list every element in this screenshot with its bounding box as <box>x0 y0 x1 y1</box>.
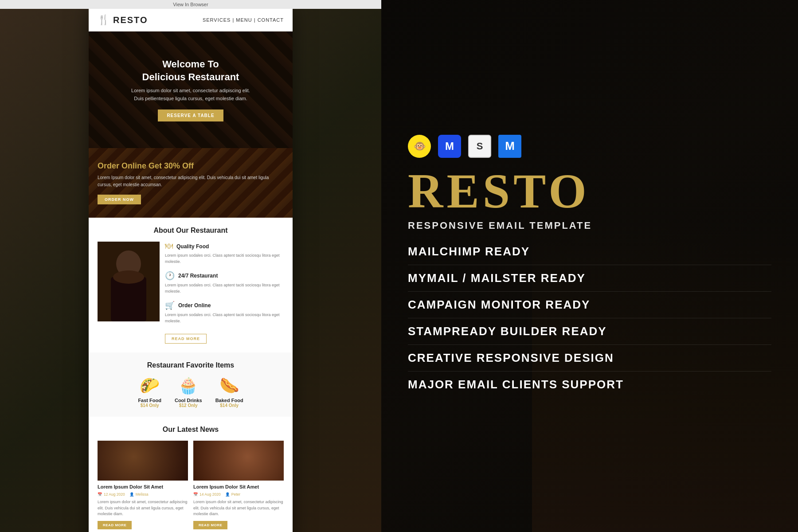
fav-item-cool-drinks: 🧁 Cool Drinks $12 Only <box>175 376 202 408</box>
news-date-2: 📅 14 Aug 2020 <box>193 492 221 497</box>
fav-item-baked-food: 🌭 Baked Food $14 Only <box>215 376 243 408</box>
about-section-title: About Our Restaurant <box>98 227 284 235</box>
mailchimp-icon: 🐵 <box>408 135 431 158</box>
news-meta-1: 📅 12 Aug 2020 👤 Melissa <box>98 492 188 497</box>
news-read-more-1[interactable]: READ MORE <box>98 521 132 529</box>
feature-campaign: CAMPAIGN MONITOR READY <box>408 292 771 318</box>
logo-text: RESTO <box>113 15 148 25</box>
about-features: 🍽 Quality Food Lorem ipsum sodales orci.… <box>165 242 284 344</box>
baked-food-name: Baked Food <box>215 398 243 403</box>
news-img-food <box>98 441 188 481</box>
chef-image <box>98 242 160 321</box>
chef-silhouette <box>98 242 160 321</box>
right-panel: 🐵 M S M RESTO RESPONSIVE EMAIL TEMPLATE … <box>381 0 798 532</box>
fast-food-icon: 🌮 <box>138 376 161 395</box>
restaurant-247-text: Lorem ipsum sodales orci. Class aptent t… <box>165 282 284 294</box>
feature-quality-header: 🍽 Quality Food <box>165 242 284 251</box>
user-icon: 👤 <box>129 492 134 497</box>
news-title-2: Lorem Ipsum Dolor Sit Amet <box>193 484 284 489</box>
logo-area: 🍴 RESTO <box>98 14 148 26</box>
nav-links[interactable]: SERVICES | MENU | CONTACT <box>203 17 284 23</box>
responsive-label: RESPONSIVE EMAIL TEMPLATE <box>408 220 771 231</box>
news-author-1: 👤 Melissa <box>129 492 149 497</box>
baked-food-icon: 🌭 <box>215 376 243 395</box>
promo-text: Lorem Ipsum dolor sit amet, consectetur … <box>98 174 284 188</box>
about-content: 🍽 Quality Food Lorem ipsum sodales orci.… <box>98 242 284 344</box>
fast-food-name: Fast Food <box>138 398 161 403</box>
news-image-2 <box>193 441 284 481</box>
features-list: MAILCHIMP READY MYMAIL / MAILSTER READY … <box>408 239 771 398</box>
news-title-1: Lorem Ipsum Dolor Sit Amet <box>98 484 188 489</box>
promo-title: Order Online Get 30% Off <box>98 161 284 171</box>
about-read-more-button[interactable]: READ MORE <box>165 334 207 344</box>
calendar-icon: 📅 <box>98 492 102 497</box>
logo-icon: 🍴 <box>98 14 110 26</box>
restaurant-247-icon: 🕐 <box>165 271 175 281</box>
fast-food-price: $14 Only <box>138 403 161 408</box>
news-grid: Lorem Ipsum Dolor Sit Amet 📅 12 Aug 2020… <box>98 441 284 529</box>
left-panel: View In Browser 🍴 RESTO SERVICES | MENU … <box>0 0 381 532</box>
hero-subtitle: Lorem ipsum dolor sit amet, consectetur … <box>129 87 253 102</box>
brand-name: RESTO <box>408 167 771 215</box>
cool-drinks-icon: 🧁 <box>175 376 202 395</box>
feature-mymail: MYMAIL / MAILSTER READY <box>408 265 771 292</box>
feature-247: 🕐 24/7 Restaurant Lorem ipsum sodales or… <box>165 271 284 294</box>
favorites-title: Restaurant Favorite Items <box>98 361 284 369</box>
right-content: 🐵 M S M RESTO RESPONSIVE EMAIL TEMPLATE … <box>408 135 771 398</box>
feature-quality-food: 🍽 Quality Food Lorem ipsum sodales orci.… <box>165 242 284 265</box>
news-date-1: 📅 12 Aug 2020 <box>98 492 125 497</box>
feature-stampready: STAMPREADY BUILDER READY <box>408 318 771 345</box>
news-text-2: Lorem ipsum dolor sit amet, consectetur … <box>193 499 284 517</box>
quality-food-name: Quality Food <box>176 243 209 250</box>
feature-order-online: 🛒 Order Online Lorem ipsum sodales orci.… <box>165 301 284 324</box>
quality-food-text: Lorem ipsum sodales orci. Class aptent t… <box>165 253 284 265</box>
cool-drinks-name: Cool Drinks <box>175 398 202 403</box>
user-icon-2: 👤 <box>225 492 230 497</box>
svg-point-3 <box>113 270 144 284</box>
news-text-1: Lorem ipsum dolor sit amet, consectetur … <box>98 499 188 517</box>
order-now-button[interactable]: ORDER NOW <box>98 195 141 204</box>
news-image-1 <box>98 441 188 481</box>
mymail-icon: M <box>438 135 461 158</box>
news-section-title: Our Latest News <box>98 426 284 434</box>
view-in-browser-link[interactable]: View In Browser <box>173 2 208 7</box>
email-client-bar: View In Browser <box>0 0 381 9</box>
reserve-table-button[interactable]: RESERVE A TABLE <box>158 110 223 121</box>
mailster-icon: M <box>498 135 521 158</box>
fav-item-fast-food: 🌮 Fast Food $14 Only <box>138 376 161 408</box>
feature-email-clients: MAJOR EMAIL CLIENTS SUPPORT <box>408 372 771 398</box>
order-online-text: Lorem ipsum sodales orci. Class aptent t… <box>165 312 284 324</box>
feature-order-header: 🛒 Order Online <box>165 301 284 310</box>
news-author-2: 👤 Peter <box>225 492 240 497</box>
hero-title: Welcome ToDelicious Restaurant <box>98 58 284 83</box>
feature-creative: CREATIVE RESPONSIVE DESIGN <box>408 345 771 372</box>
quality-food-icon: 🍽 <box>165 242 173 251</box>
email-icons-row: 🐵 M S M <box>408 135 771 158</box>
feature-mailchimp: MAILCHIMP READY <box>408 239 771 265</box>
favorites-section: Restaurant Favorite Items 🌮 Fast Food $1… <box>89 352 293 417</box>
news-section: Our Latest News Lorem Ipsum Dolor Sit Am… <box>89 417 293 532</box>
order-online-name: Order Online <box>178 302 211 309</box>
news-read-more-2[interactable]: READ MORE <box>193 521 227 529</box>
news-item-1: Lorem Ipsum Dolor Sit Amet 📅 12 Aug 2020… <box>98 441 188 529</box>
news-meta-2: 📅 14 Aug 2020 👤 Peter <box>193 492 284 497</box>
order-online-icon: 🛒 <box>165 301 175 310</box>
hero-section: Welcome ToDelicious Restaurant Lorem ips… <box>89 31 293 148</box>
restaurant-247-name: 24/7 Restaurant <box>178 273 218 279</box>
baked-food-price: $14 Only <box>215 403 243 408</box>
stampready-icon: S <box>468 135 491 158</box>
favorites-grid: 🌮 Fast Food $14 Only 🧁 Cool Drinks $12 O… <box>98 376 284 408</box>
feature-247-header: 🕐 24/7 Restaurant <box>165 271 284 281</box>
calendar-icon-2: 📅 <box>193 492 198 497</box>
email-container: 🍴 RESTO SERVICES | MENU | CONTACT Welcom… <box>89 9 293 532</box>
cool-drinks-price: $12 Only <box>175 403 202 408</box>
news-item-2: Lorem Ipsum Dolor Sit Amet 📅 14 Aug 2020… <box>193 441 284 529</box>
email-header: 🍴 RESTO SERVICES | MENU | CONTACT <box>89 9 293 31</box>
news-img-burger <box>193 441 284 481</box>
promo-banner: Order Online Get 30% Off Lorem Ipsum dol… <box>89 148 293 218</box>
about-section: About Our Restaurant <box>89 218 293 352</box>
